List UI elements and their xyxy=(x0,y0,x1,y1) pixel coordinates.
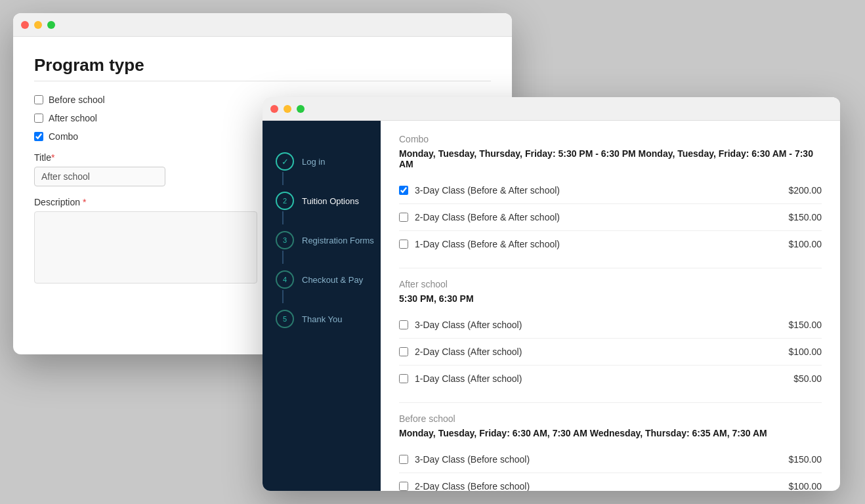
after-option-1-checkbox[interactable] xyxy=(399,347,408,356)
sidebar-item-checkout[interactable]: 4 Checkout & Pay xyxy=(263,260,381,299)
step-circle-1: ✓ xyxy=(276,152,294,171)
before-school-section: Before school Monday, Tuesday, Friday: 6… xyxy=(399,413,822,491)
title-divider xyxy=(34,81,491,81)
after-school-section: After school 5:30 PM, 6:30 PM 3-Day Clas… xyxy=(399,279,822,392)
before-option-1-price: $100.00 xyxy=(788,481,822,491)
after-option-2-label: 1-Day Class (After school) xyxy=(415,373,522,384)
after-school-time-info: 5:30 PM, 6:30 PM xyxy=(399,293,822,304)
checkmark-icon: ✓ xyxy=(282,157,289,167)
before-option-1-label: 2-Day Class (Before school) xyxy=(415,481,530,491)
after-option-1-label: 2-Day Class (After school) xyxy=(415,346,522,357)
combo-option-1-left: 2-Day Class (Before & After school) xyxy=(399,212,560,222)
combo-option-2: 1-Day Class (Before & After school) $100… xyxy=(399,231,822,257)
after-option-2: 1-Day Class (After school) $50.00 xyxy=(399,366,822,392)
window-body: ✓ Log in 2 Tuition Options 3 Registratio… xyxy=(263,121,840,491)
combo-option-0-label: 3-Day Class (Before & After school) xyxy=(415,185,560,196)
combo-option-1-price: $150.00 xyxy=(788,212,822,222)
before-school-section-header: Before school xyxy=(399,413,822,424)
after-school-label: After school xyxy=(49,113,97,123)
before-school-checkbox[interactable] xyxy=(34,95,43,104)
after-school-checkbox[interactable] xyxy=(34,114,43,123)
step-circle-3: 3 xyxy=(276,231,294,249)
combo-option-2-left: 1-Day Class (Before & After school) xyxy=(399,239,560,249)
divider-2 xyxy=(399,402,822,403)
description-required-star: * xyxy=(83,197,86,207)
description-input[interactable] xyxy=(34,211,257,284)
after-option-0-checkbox[interactable] xyxy=(399,320,408,329)
before-option-0: 3-Day Class (Before school) $150.00 xyxy=(399,446,822,473)
sidebar-item-label-checkout: Checkout & Pay xyxy=(302,275,363,285)
title-required-star: * xyxy=(51,152,54,163)
page-title: Program type xyxy=(34,55,491,75)
sidebar-item-thankyou[interactable]: 5 Thank You xyxy=(263,299,381,339)
maximize-button[interactable] xyxy=(47,21,55,29)
sidebar-item-label-thankyou: Thank You xyxy=(302,314,342,324)
after-option-0-label: 3-Day Class (After school) xyxy=(415,320,522,330)
sidebar-item-registration[interactable]: 3 Registration Forms xyxy=(263,220,381,260)
sidebar: ✓ Log in 2 Tuition Options 3 Registratio… xyxy=(263,121,381,491)
after-option-2-left: 1-Day Class (After school) xyxy=(399,373,522,384)
before-school-label: Before school xyxy=(49,94,105,105)
step-circle-5: 5 xyxy=(276,310,294,328)
after-option-0: 3-Day Class (After school) $150.00 xyxy=(399,312,822,339)
minimize-button[interactable] xyxy=(34,21,42,29)
combo-option-2-label: 1-Day Class (Before & After school) xyxy=(415,239,560,249)
after-option-2-checkbox[interactable] xyxy=(399,374,408,383)
combo-option-0: 3-Day Class (Before & After school) $200… xyxy=(399,177,822,204)
tuition-flow-window: ✓ Log in 2 Tuition Options 3 Registratio… xyxy=(263,97,840,491)
combo-option-1-checkbox[interactable] xyxy=(399,213,408,222)
minimize-button-front[interactable] xyxy=(284,105,291,113)
sidebar-item-label-registration: Registration Forms xyxy=(302,236,374,245)
after-school-section-header: After school xyxy=(399,279,822,289)
combo-option-0-left: 3-Day Class (Before & After school) xyxy=(399,185,560,196)
step-circle-2: 2 xyxy=(276,192,294,210)
after-option-0-price: $150.00 xyxy=(788,320,822,330)
combo-option-2-price: $100.00 xyxy=(788,239,822,249)
title-input[interactable] xyxy=(34,167,165,186)
before-option-0-price: $150.00 xyxy=(788,454,822,465)
window-titlebar-back xyxy=(13,13,512,37)
divider-1 xyxy=(399,268,822,268)
after-option-1-left: 2-Day Class (After school) xyxy=(399,346,522,357)
step-number-5: 5 xyxy=(283,315,287,323)
step-number-3: 3 xyxy=(283,236,287,244)
combo-option-2-checkbox[interactable] xyxy=(399,240,408,249)
combo-option-0-checkbox[interactable] xyxy=(399,186,408,195)
combo-option-1: 2-Day Class (Before & After school) $150… xyxy=(399,204,822,231)
before-option-0-label: 3-Day Class (Before school) xyxy=(415,454,530,465)
before-option-1-checkbox[interactable] xyxy=(399,482,408,491)
sidebar-item-label-login: Log in xyxy=(302,157,325,167)
combo-option-0-price: $200.00 xyxy=(788,185,822,196)
combo-label: Combo xyxy=(49,131,78,142)
combo-section: Combo Monday, Tuesday, Thursday, Friday:… xyxy=(399,134,822,257)
before-option-0-checkbox[interactable] xyxy=(399,455,408,464)
combo-time-info: Monday, Tuesday, Thursday, Friday: 5:30 … xyxy=(399,148,822,169)
window-titlebar-front xyxy=(263,97,840,121)
combo-option-1-label: 2-Day Class (Before & After school) xyxy=(415,212,560,222)
sidebar-item-tuition[interactable]: 2 Tuition Options xyxy=(263,181,381,220)
step-number-4: 4 xyxy=(283,276,287,284)
after-option-1-price: $100.00 xyxy=(788,346,822,357)
step-number-2: 2 xyxy=(283,197,287,205)
combo-section-header: Combo xyxy=(399,134,822,144)
maximize-button-front[interactable] xyxy=(297,105,305,113)
sidebar-item-label-tuition: Tuition Options xyxy=(302,196,359,206)
sidebar-item-login[interactable]: ✓ Log in xyxy=(263,142,381,181)
after-option-0-left: 3-Day Class (After school) xyxy=(399,320,522,330)
combo-checkbox[interactable] xyxy=(34,132,43,141)
before-option-1-left: 2-Day Class (Before school) xyxy=(399,481,530,491)
before-option-1: 2-Day Class (Before school) $100.00 xyxy=(399,473,822,491)
close-button-front[interactable] xyxy=(270,105,278,113)
before-school-time-info: Monday, Tuesday, Friday: 6:30 AM, 7:30 A… xyxy=(399,428,822,438)
close-button[interactable] xyxy=(21,21,29,29)
step-circle-4: 4 xyxy=(276,270,294,289)
after-option-2-price: $50.00 xyxy=(793,373,822,384)
after-option-1: 2-Day Class (After school) $100.00 xyxy=(399,339,822,366)
main-content: Combo Monday, Tuesday, Thursday, Friday:… xyxy=(381,121,840,491)
before-option-0-left: 3-Day Class (Before school) xyxy=(399,454,530,465)
